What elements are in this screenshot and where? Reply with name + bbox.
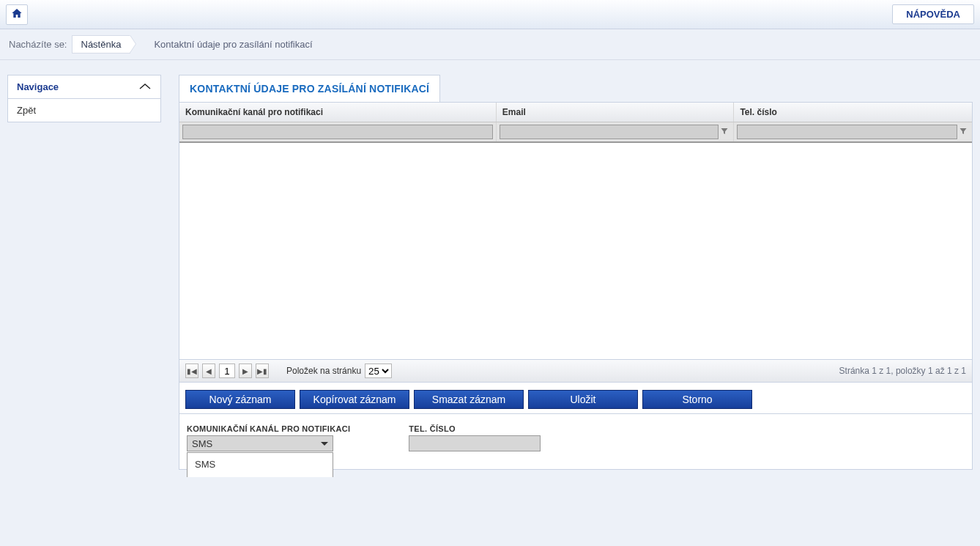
phone-field: TEL. ČÍSLO: [409, 424, 541, 451]
pager-last-button[interactable]: ▶▮: [256, 364, 269, 378]
filter-channel-input[interactable]: [182, 125, 493, 139]
channel-label: KOMUNIKAČNÍ KANÁL PRO NOTIFIKACI: [187, 424, 350, 433]
grid-header-email[interactable]: Email: [497, 103, 735, 122]
breadcrumb-item-current: Kontaktní údaje pro zasílání notifikací: [145, 36, 321, 53]
pager-next-button[interactable]: ▶: [239, 364, 252, 378]
nav-item-back[interactable]: Zpět: [8, 99, 160, 122]
breadcrumb-label: Nacházíte se:: [9, 39, 67, 50]
nav-header[interactable]: Navigace: [8, 75, 160, 99]
filter-email-input[interactable]: [500, 125, 719, 139]
pager-first-button[interactable]: ▮◀: [185, 364, 198, 378]
channel-option-sms[interactable]: SMS: [188, 456, 333, 473]
top-bar: NÁPOVĚDA: [0, 0, 980, 29]
pager-prev-button[interactable]: ◀: [202, 364, 215, 378]
sidebar: Navigace Zpět: [7, 75, 161, 470]
breadcrumb: Nacházíte se: Nástěnka Kontaktní údaje p…: [0, 29, 980, 60]
delete-record-button[interactable]: Smazat záznam: [414, 390, 524, 409]
nav-title: Navigace: [17, 81, 59, 92]
help-button[interactable]: NÁPOVĚDA: [892, 4, 974, 24]
grid-pager: ▮◀ ◀ ▶ ▶▮ Položek na stránku 25 Stránka …: [179, 359, 972, 382]
phone-label: TEL. ČÍSLO: [409, 424, 541, 433]
channel-combo-value: SMS: [192, 438, 212, 449]
chevron-down-icon: [321, 442, 328, 446]
pager-items-label: Položek na stránku: [286, 366, 361, 376]
content: KONTAKTNÍ ÚDAJE PRO ZASÍLÁNÍ NOTIFIKACÍ …: [179, 75, 973, 470]
new-record-button[interactable]: Nový záznam: [185, 390, 295, 409]
action-bar: Nový záznam Kopírovat záznam Smazat zázn…: [179, 383, 973, 414]
grid-header-row: Komunikační kanál pro notifikaci Email T…: [179, 103, 972, 122]
filter-phone-input[interactable]: [737, 125, 957, 139]
cancel-button[interactable]: Storno: [642, 390, 752, 409]
panel-title: KONTAKTNÍ ÚDAJE PRO ZASÍLÁNÍ NOTIFIKACÍ: [179, 75, 440, 102]
save-button[interactable]: Uložit: [528, 390, 638, 409]
grid-panel: Komunikační kanál pro notifikaci Email T…: [179, 102, 973, 383]
copy-record-button[interactable]: Kopírovat záznam: [300, 390, 409, 409]
phone-input[interactable]: [409, 435, 541, 451]
chevron-up-icon: [138, 81, 152, 92]
form-row: KOMUNIKAČNÍ KANÁL PRO NOTIFIKACI SMS SMS…: [179, 414, 973, 470]
channel-combo[interactable]: SMS SMS E-mail SMS a e-mail: [187, 435, 333, 451]
pager-items-select[interactable]: 25: [365, 364, 392, 378]
grid-filter-row: [179, 122, 972, 143]
channel-option-email[interactable]: E-mail: [188, 473, 333, 477]
filter-icon[interactable]: [959, 127, 969, 137]
grid-header-channel[interactable]: Komunikační kanál pro notifikaci: [179, 103, 497, 122]
breadcrumb-item-dashboard[interactable]: Nástěnka: [72, 35, 131, 54]
home-button[interactable]: [6, 4, 28, 25]
pager-info: Stránka 1 z 1, položky 1 až 1 z 1: [839, 366, 966, 376]
nav-panel: Navigace Zpět: [7, 75, 161, 122]
channel-dropdown: SMS E-mail SMS a e-mail: [187, 452, 333, 477]
grid-body: [179, 143, 972, 359]
filter-icon[interactable]: [720, 127, 730, 137]
home-icon: [11, 7, 23, 22]
pager-page-input[interactable]: [219, 364, 235, 378]
channel-field: KOMUNIKAČNÍ KANÁL PRO NOTIFIKACI SMS SMS…: [187, 424, 350, 451]
grid-header-phone[interactable]: Tel. číslo: [734, 103, 972, 122]
